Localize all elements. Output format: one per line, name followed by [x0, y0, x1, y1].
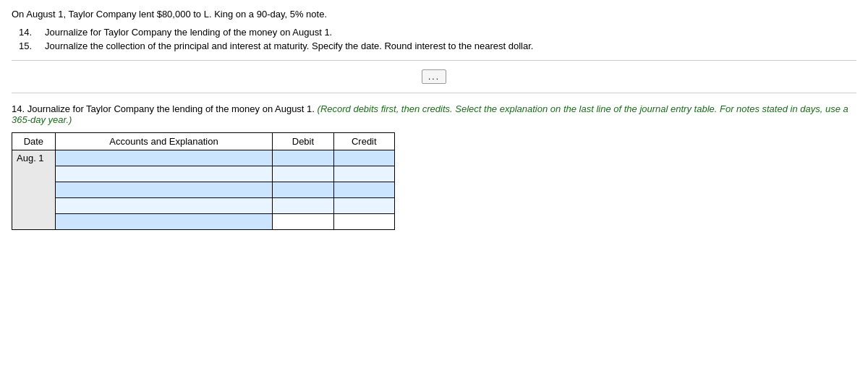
accounts-input-cell-2 — [55, 166, 273, 182]
expand-button[interactable]: ... — [422, 69, 446, 84]
credit-input-cell-1 — [333, 150, 394, 166]
debit-input-cell-2 — [273, 166, 333, 182]
credit-input-cell-3 — [333, 182, 394, 198]
table-row — [12, 198, 395, 214]
date-cell: Aug. 1 — [12, 150, 56, 230]
accounts-input-cell-3 — [55, 182, 273, 198]
table-header-row: Date Accounts and Explanation Debit Cred… — [12, 133, 395, 150]
accounts-input-4[interactable] — [56, 198, 273, 213]
credit-input-1[interactable] — [334, 150, 394, 166]
debit-input-4[interactable] — [273, 198, 333, 213]
instructions-list: 14. Journalize for Taylor Company the le… — [19, 27, 856, 51]
instruction-14-number: 14. — [19, 27, 39, 38]
instruction-14-text: Journalize for Taylor Company the lendin… — [45, 27, 332, 38]
question-14-label: 14. — [12, 103, 25, 114]
divider-top — [12, 60, 856, 61]
table-row-last — [12, 214, 395, 230]
table-row — [12, 182, 395, 198]
accounts-input-5[interactable] — [56, 214, 273, 229]
debit-input-3[interactable] — [273, 182, 333, 197]
accounts-header: Accounts and Explanation — [55, 133, 273, 150]
accounts-input-2[interactable] — [56, 166, 273, 182]
instruction-15-text: Journalize the collection of the princip… — [45, 41, 533, 51]
credit-input-cell-2 — [333, 166, 394, 182]
credit-header: Credit — [333, 133, 394, 150]
accounts-input-1[interactable] — [56, 150, 273, 166]
question-14-text: 14. Journalize for Taylor Company the le… — [12, 103, 856, 125]
instruction-15: 15. Journalize the collection of the pri… — [19, 41, 856, 51]
instruction-15-number: 15. — [19, 41, 39, 51]
instruction-14: 14. Journalize for Taylor Company the le… — [19, 27, 856, 38]
credit-input-cell-4 — [333, 198, 394, 214]
debit-empty-cell — [273, 214, 333, 230]
debit-input-2[interactable] — [273, 166, 333, 182]
table-row — [12, 166, 395, 182]
credit-input-4[interactable] — [334, 198, 394, 213]
table-row: Aug. 1 — [12, 150, 395, 166]
credit-input-2[interactable] — [334, 166, 394, 182]
expand-btn-row: ... — [12, 69, 856, 84]
credit-empty-cell — [333, 214, 394, 230]
intro-text: On August 1, Taylor Company lent $80,000… — [12, 9, 856, 20]
date-header: Date — [12, 133, 56, 150]
debit-header: Debit — [273, 133, 333, 150]
accounts-input-3[interactable] — [56, 182, 273, 197]
divider-bottom — [12, 93, 856, 93]
accounts-input-cell-1 — [55, 150, 273, 166]
question-14-section: 14. Journalize for Taylor Company the le… — [12, 103, 856, 230]
debit-input-cell-3 — [273, 182, 333, 198]
journal-table: Date Accounts and Explanation Debit Cred… — [12, 132, 395, 230]
credit-input-3[interactable] — [334, 182, 394, 197]
accounts-input-cell-5 — [55, 214, 273, 230]
accounts-input-cell-4 — [55, 198, 273, 214]
debit-input-cell-4 — [273, 198, 333, 214]
debit-input-1[interactable] — [273, 150, 333, 166]
debit-input-cell-1 — [273, 150, 333, 166]
question-14-main: Journalize for Taylor Company the lendin… — [27, 103, 318, 114]
